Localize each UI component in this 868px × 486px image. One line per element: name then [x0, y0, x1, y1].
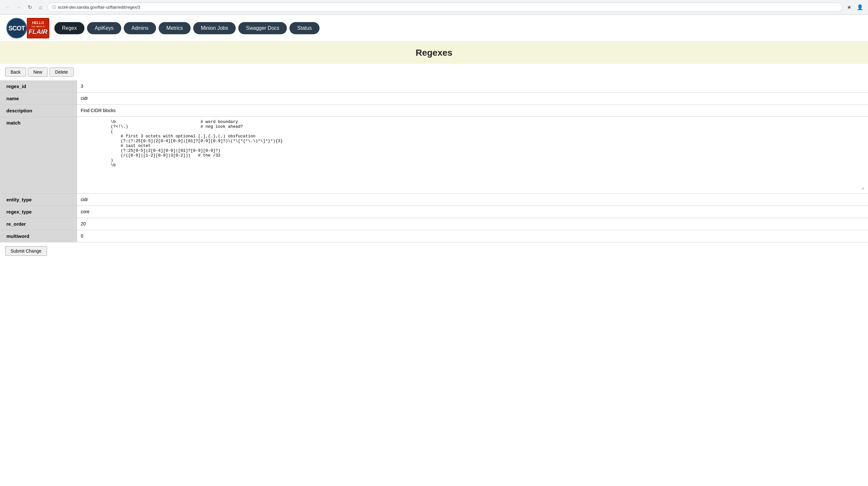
label-regex_type: regex_type	[0, 206, 77, 218]
input-re_order[interactable]	[81, 221, 865, 227]
flair-name-text: FLAIR	[29, 28, 48, 35]
profile-button[interactable]: 👤	[856, 3, 864, 11]
hello-text: HELLO	[32, 21, 44, 25]
label-entity_type: entity_type	[0, 194, 77, 206]
value-match[interactable]	[77, 117, 868, 194]
form-row-multiword: multiword	[0, 230, 868, 242]
value-regex_id[interactable]	[77, 80, 868, 92]
form-row-entity_type: entity_type	[0, 194, 868, 206]
flair-badge: HELLO my name is FLAIR	[27, 18, 49, 38]
url-text: scot4-dev.sandia.gov/flair-ui/flair/edit…	[58, 5, 838, 9]
label-regex_id: regex_id	[0, 80, 77, 92]
form-row-name: name	[0, 92, 868, 105]
input-match[interactable]	[81, 119, 865, 190]
nav-metrics[interactable]: Metrics	[159, 22, 191, 34]
input-name[interactable]	[81, 95, 865, 102]
input-description[interactable]	[81, 107, 865, 114]
back-button[interactable]: ←	[4, 3, 12, 11]
address-bar[interactable]: ⓘ scot4-dev.sandia.gov/flair-ui/flair/ed…	[47, 3, 842, 12]
label-name: name	[0, 92, 77, 105]
nav-admins[interactable]: Admins	[124, 22, 156, 34]
my-name-text: my name is	[32, 25, 45, 28]
main-nav: Regex ApiKeys Admins Metrics Minion Jobs…	[54, 22, 319, 34]
nav-swagger-docs[interactable]: Swagger Docs	[238, 22, 287, 34]
form-row-regex_type: regex_type	[0, 206, 868, 218]
app-header: SCOT HELLO my name is FLAIR Regex ApiKey…	[0, 15, 868, 42]
nav-status[interactable]: Status	[289, 22, 319, 34]
input-regex_id[interactable]	[81, 83, 865, 89]
value-multiword[interactable]	[77, 230, 868, 242]
back-page-button[interactable]: Back	[5, 67, 26, 77]
home-button[interactable]: ⌂	[36, 3, 45, 11]
form-row-description: description	[0, 105, 868, 117]
submit-change-button[interactable]: Submit Change	[5, 246, 47, 256]
action-bar: Back New Delete	[0, 64, 868, 80]
input-multiword[interactable]	[81, 233, 865, 239]
page-title: Regexes	[6, 48, 862, 58]
value-name[interactable]	[77, 92, 868, 105]
bookmark-button[interactable]: ★	[845, 3, 853, 11]
page-title-bar: Regexes	[0, 42, 868, 64]
label-description: description	[0, 105, 77, 117]
security-icon: ⓘ	[52, 4, 56, 10]
label-multiword: multiword	[0, 230, 77, 242]
form-row-regex_id: regex_id	[0, 80, 868, 92]
value-entity_type[interactable]	[77, 194, 868, 206]
browser-chrome: ← → ↻ ⌂ ⓘ scot4-dev.sandia.gov/flair-ui/…	[0, 0, 868, 15]
scot-logo-text: SCOT	[8, 25, 25, 32]
submit-bar: Submit Change	[0, 242, 868, 260]
value-regex_type[interactable]	[77, 206, 868, 218]
value-re_order[interactable]	[77, 218, 868, 230]
form-row-re_order: re_order	[0, 218, 868, 230]
input-regex_type[interactable]	[81, 208, 865, 215]
value-description[interactable]	[77, 105, 868, 117]
logo-area: SCOT HELLO my name is FLAIR	[6, 18, 49, 38]
new-button[interactable]: New	[28, 67, 48, 77]
form-table: regex_idnamedescriptionmatchentity_typer…	[0, 80, 868, 242]
label-match: match	[0, 117, 77, 194]
nav-regex[interactable]: Regex	[54, 22, 85, 34]
forward-button[interactable]: →	[15, 3, 23, 11]
scot-logo: SCOT	[6, 18, 27, 38]
form-row-match: match	[0, 117, 868, 194]
nav-minion-jobs[interactable]: Minion Jobs	[193, 22, 236, 34]
reload-button[interactable]: ↻	[26, 3, 34, 11]
delete-button[interactable]: Delete	[50, 67, 73, 77]
label-re_order: re_order	[0, 218, 77, 230]
nav-apikeys[interactable]: ApiKeys	[87, 22, 121, 34]
input-entity_type[interactable]	[81, 196, 865, 203]
